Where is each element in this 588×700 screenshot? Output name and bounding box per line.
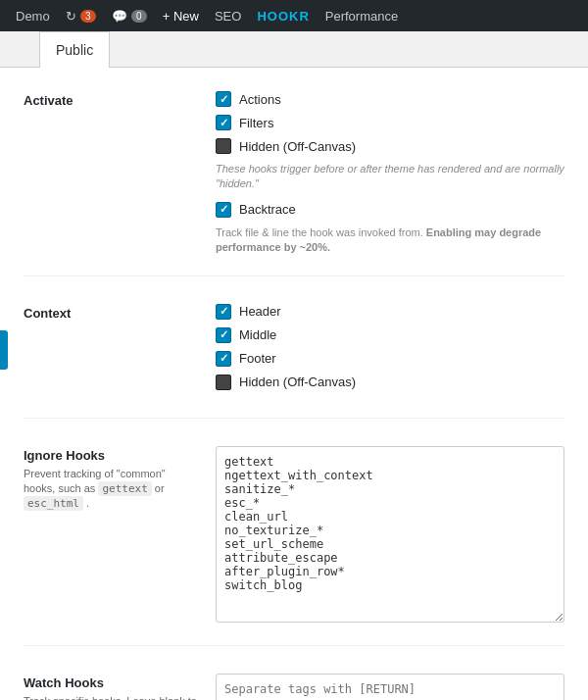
backtrace-note-text: Track file & line the hook was invoked f… [216, 226, 423, 238]
context-label: Context [24, 306, 200, 321]
topbar-seo[interactable]: SEO [207, 0, 249, 31]
context-footer-label: Footer [239, 351, 276, 366]
activate-backtrace-checkbox[interactable] [216, 202, 231, 218]
ignore-code2: esc_html [24, 496, 83, 511]
watch-hooks-label-col: Watch Hooks Track specific hooks. Leave … [24, 674, 200, 700]
context-label-col: Context [24, 304, 200, 398]
activate-filters-label: Filters [239, 116, 273, 130]
context-header-label: Header [239, 304, 281, 319]
activate-hidden-item[interactable]: Hidden (Off-Canvas) [216, 138, 564, 154]
context-middle-checkbox[interactable] [216, 327, 231, 343]
watch-hooks-label: Watch Hooks [24, 675, 200, 690]
new-label: + New [163, 9, 199, 24]
topbar-new[interactable]: + New [155, 0, 207, 31]
activate-backtrace-item[interactable]: Backtrace [216, 202, 564, 218]
context-hidden-item[interactable]: Hidden (Off-Canvas) [216, 375, 564, 390]
context-footer-item[interactable]: Footer [216, 351, 564, 367]
ignore-hooks-label-col: Ignore Hooks Prevent tracking of "common… [24, 446, 200, 625]
ignore-desc-end: . [86, 497, 89, 509]
activate-actions-checkbox[interactable] [216, 91, 231, 107]
hookr-label: HOOKR [257, 9, 309, 24]
ignore-hooks-desc: Prevent tracking of "common" hooks, such… [24, 467, 200, 512]
watch-hooks-control [216, 674, 564, 700]
topbar: Demo ↻ 3 💬 0 + New SEO HOOKR Performance [0, 0, 588, 31]
context-hidden-checkbox[interactable] [216, 375, 231, 390]
ignore-hooks-label: Ignore Hooks [24, 448, 200, 463]
topbar-performance[interactable]: Performance [318, 0, 406, 31]
activate-label: Activate [24, 93, 200, 108]
context-middle-item[interactable]: Middle [216, 327, 564, 343]
tabbar: Public [0, 31, 588, 68]
watch-hooks-desc: Track specific hooks. Leave blank to tra… [24, 694, 200, 700]
main-content: Activate Actions Filters Hidden (Off-Can… [0, 68, 588, 700]
comment-count: 0 [131, 10, 147, 23]
activate-label-col: Activate [24, 91, 200, 256]
topbar-comments[interactable]: 💬 0 [104, 0, 155, 31]
refresh-count: 3 [80, 10, 96, 23]
activate-controls: Actions Filters Hidden (Off-Canvas) Thes… [216, 91, 564, 256]
demo-label: Demo [16, 9, 50, 24]
activate-hidden-checkbox[interactable] [216, 138, 231, 154]
seo-label: SEO [215, 9, 241, 24]
activate-actions-label: Actions [239, 92, 281, 107]
watch-hooks-row: Watch Hooks Track specific hooks. Leave … [24, 674, 564, 700]
topbar-hookr[interactable]: HOOKR [249, 0, 317, 31]
context-footer-checkbox[interactable] [216, 351, 231, 367]
watch-hooks-textarea[interactable] [216, 674, 564, 700]
tab-public[interactable]: Public [39, 31, 110, 68]
ignore-hooks-row: Ignore Hooks Prevent tracking of "common… [24, 446, 564, 646]
activate-filters-item[interactable]: Filters [216, 115, 564, 130]
context-row: Context Header Middle Footer Hidden (Off… [24, 304, 564, 419]
hidden-note: These hooks trigger before or after them… [216, 162, 564, 192]
ignore-code1: gettext [98, 481, 151, 496]
context-controls: Header Middle Footer Hidden (Off-Canvas) [216, 304, 564, 398]
activate-backtrace-label: Backtrace [239, 202, 296, 217]
activate-filters-checkbox[interactable] [216, 115, 231, 130]
context-middle-label: Middle [239, 327, 276, 342]
ignore-desc-middle: or [155, 482, 165, 494]
context-header-item[interactable]: Header [216, 304, 564, 320]
refresh-icon: ↻ [66, 9, 76, 24]
ignore-hooks-control [216, 446, 564, 625]
activate-row: Activate Actions Filters Hidden (Off-Can… [24, 91, 564, 276]
activate-actions-item[interactable]: Actions [216, 91, 564, 107]
left-accent-bar [0, 330, 8, 370]
backtrace-note: Track file & line the hook was invoked f… [216, 225, 564, 256]
activate-hidden-label: Hidden (Off-Canvas) [239, 139, 356, 154]
topbar-refresh[interactable]: ↻ 3 [58, 0, 104, 31]
context-header-checkbox[interactable] [216, 304, 231, 320]
ignore-hooks-textarea[interactable] [216, 446, 564, 623]
performance-label: Performance [325, 9, 398, 24]
comment-icon: 💬 [112, 9, 127, 24]
topbar-demo[interactable]: Demo [8, 0, 58, 31]
context-hidden-label: Hidden (Off-Canvas) [239, 375, 356, 389]
